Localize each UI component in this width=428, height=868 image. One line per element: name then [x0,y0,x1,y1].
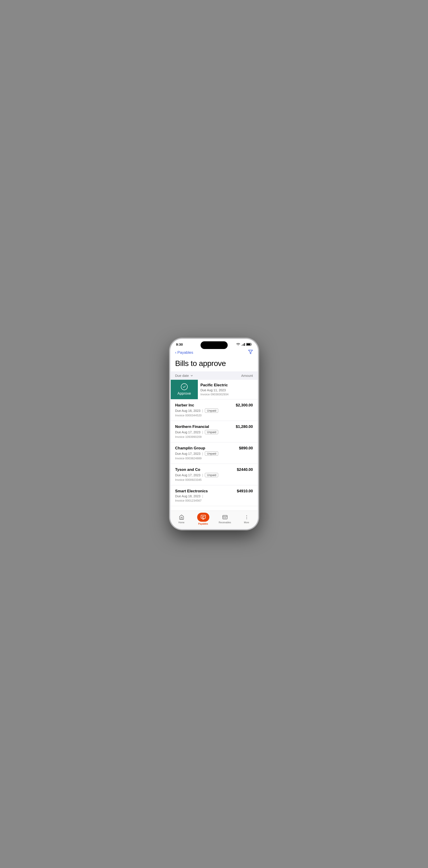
status-badge: Unpaid [205,452,218,456]
home-icon-wrap [178,514,185,520]
separator: | [202,452,203,456]
separator: | [202,430,203,434]
back-button[interactable]: ‹ Payables [175,350,193,355]
bill-row[interactable]: Tyson and Co Due Aug 17, 2023 | Unpaid I… [171,464,257,485]
svg-rect-5 [251,344,252,345]
bill-invoice: Invoice 1093990209 [175,435,233,438]
bill-invoice: Invoice 0000923345 [175,478,234,482]
table-header: Due date Amount [171,371,257,380]
bill-name: Smart Electronics [175,489,234,493]
dynamic-island [201,341,228,349]
svg-rect-0 [241,345,242,346]
back-chevron-icon: ‹ [175,350,177,355]
wifi-icon [236,343,240,346]
payables-icon-circle [197,513,209,522]
svg-rect-2 [243,344,244,346]
receivables-icon [222,515,228,520]
amount-header: Amount [241,374,253,377]
bill-info: Northern Financial Due Aug 17, 2023 | Un… [175,425,233,438]
back-label: Payables [178,350,193,355]
battery-icon [246,343,252,346]
payables-icon [201,515,206,520]
first-bill-due: Due Aug 11, 2023 [201,388,254,392]
tab-receivables[interactable]: Receivables [214,514,236,524]
bill-meta: Due Aug 17, 2023 | Unpaid [175,452,237,456]
filter-icon [248,349,253,354]
bill-due: Due Aug 17, 2023 [175,430,201,434]
nav-header: ‹ Payables [171,348,257,358]
bill-amount: $890.00 [239,446,253,451]
bill-amount: $2440.00 [237,467,253,472]
first-bill-invoice: Invoice 09038302934 [201,393,254,396]
bill-name: Champlin Group [175,446,237,451]
bill-info: Tyson and Co Due Aug 17, 2023 | Unpaid I… [175,467,234,482]
checkmark-icon [182,385,186,389]
status-icons [236,343,252,346]
bill-amount: $4910.00 [237,489,253,493]
bill-meta: Due Aug 18, 2023 | [175,494,234,498]
bill-meta: Due Aug 17, 2023 | Unpaid [175,430,233,434]
page-title: Bills to approve [175,359,253,368]
more-icon [244,515,249,520]
sort-label: Due date [175,374,189,377]
bill-name: Northern Financial [175,425,233,429]
approve-action[interactable]: Approve [171,380,198,399]
svg-point-12 [246,519,247,519]
page-title-section: Bills to approve [171,358,257,371]
sort-chevron-icon [190,374,193,377]
first-bill-row[interactable]: Approve Pacific Electric Due Aug 11, 202… [171,380,257,399]
first-bill-name: Pacific Electric [201,383,254,388]
bill-name: Tyson and Co [175,467,234,472]
svg-point-10 [246,515,247,516]
bills-list: Approve Pacific Electric Due Aug 11, 202… [171,380,257,510]
bill-meta: Due Aug 16, 2023 | Unpaid [175,408,233,413]
first-bill-content: Pacific Electric Due Aug 11, 2023 Invoic… [198,380,257,399]
svg-marker-7 [248,350,252,354]
svg-rect-6 [246,344,250,345]
separator: | [202,409,203,412]
filter-button[interactable] [248,349,253,356]
tab-bar: Home Payables [171,510,257,529]
signal-icon [241,343,245,346]
bill-meta: Due Aug 17, 2023 | Unpaid [175,473,234,477]
approve-label: Approve [178,392,191,396]
bill-row[interactable]: Smart Electronics Due Aug 18, 2023 | Inv… [171,485,257,506]
tab-home[interactable]: Home [171,514,192,524]
status-time: 9:30 [176,342,183,346]
more-icon-wrap [244,514,250,520]
svg-point-11 [246,517,247,518]
sort-button[interactable]: Due date [175,374,193,377]
bill-due: Due Aug 17, 2023 [175,473,201,477]
bill-row[interactable]: Harber Inc Due Aug 16, 2023 | Unpaid Inv… [171,399,257,421]
receivables-icon-wrap [222,514,228,520]
tab-payables[interactable]: Payables [192,513,214,525]
bill-info: Harber Inc Due Aug 16, 2023 | Unpaid Inv… [175,403,233,417]
more-tab-label: More [244,521,249,524]
home-icon [179,515,184,520]
svg-rect-9 [223,515,227,519]
status-badge: Unpaid [205,430,218,434]
bill-row[interactable]: Champlin Group Due Aug 17, 2023 | Unpaid… [171,442,257,464]
separator: | [202,473,203,477]
svg-rect-3 [244,343,245,346]
bill-info: Smart Electronics Due Aug 18, 2023 | Inv… [175,489,234,502]
bill-amount: $1,280.00 [236,425,253,429]
svg-rect-1 [242,344,243,346]
bill-due: Due Aug 16, 2023 [175,409,201,412]
status-badge: Unpaid [205,473,218,477]
bill-due: Due Aug 17, 2023 [175,452,201,456]
bill-name: Harber Inc [175,403,233,408]
home-tab-label: Home [178,521,184,524]
bill-invoice: Invoice 0001234567 [175,499,234,502]
status-badge: Unpaid [205,408,218,413]
bill-invoice: Invoice 0003824889 [175,457,237,460]
tab-more[interactable]: More [236,514,257,524]
approve-check-icon [181,383,188,390]
separator: | [202,494,203,498]
bill-info: Champlin Group Due Aug 17, 2023 | Unpaid… [175,446,237,460]
receivables-tab-label: Receivables [219,521,231,524]
payables-tab-label: Payables [198,523,208,525]
bill-row[interactable]: Northern Financial Due Aug 17, 2023 | Un… [171,421,257,442]
bill-amount: $2,300.00 [236,403,253,408]
svg-rect-8 [201,515,206,518]
